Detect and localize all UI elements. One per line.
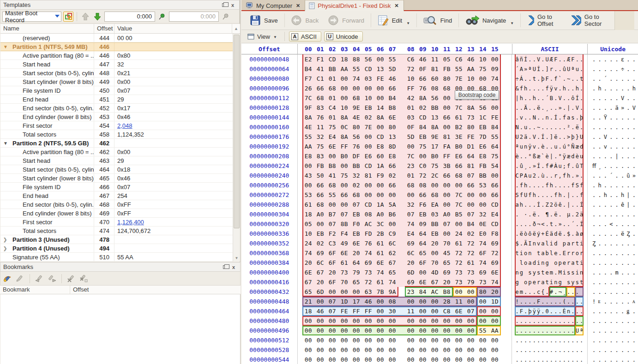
template-row[interactable]: End sector (bits 0-5), cylin...4680xFF	[0, 200, 240, 209]
ascii-char[interactable]: F	[554, 54, 558, 64]
ascii-char[interactable]: f	[562, 171, 566, 180]
ascii-char[interactable]: .	[524, 287, 528, 297]
ascii-char[interactable]: t	[536, 248, 541, 258]
unicode-char[interactable]: .	[609, 161, 615, 171]
ascii-char[interactable]: è	[515, 151, 519, 161]
ascii-char[interactable]: .	[536, 355, 541, 364]
hex-byte[interactable]: 00	[314, 335, 326, 345]
hex-byte[interactable]: 00	[441, 316, 453, 326]
ascii-char[interactable]: B	[549, 93, 554, 103]
unicode-char[interactable]: .	[632, 74, 638, 84]
hex-byte[interactable]: 41	[314, 64, 326, 74]
ascii-char[interactable]: 2	[575, 209, 579, 219]
unicode-char[interactable]: .	[609, 190, 615, 200]
ascii-char[interactable]: .	[545, 142, 549, 151]
hex-byte[interactable]: 1A	[374, 161, 386, 171]
hex-byte[interactable]: 68	[350, 93, 362, 103]
hex-byte[interactable]: 61	[374, 277, 386, 287]
hex-byte[interactable]: 80	[465, 122, 477, 132]
unicode-char[interactable]: .	[592, 335, 598, 345]
ascii-char[interactable]: ÿ	[536, 306, 541, 316]
templates-scrollbar[interactable]: ▼	[233, 34, 240, 262]
hex-byte[interactable]: 00	[405, 326, 417, 335]
unicode-char[interactable]: .	[592, 132, 598, 142]
unicode-char[interactable]: h	[621, 190, 626, 200]
hex-byte[interactable]: 46	[362, 297, 374, 306]
hex-byte[interactable]: 00	[453, 326, 465, 335]
hex-byte[interactable]: BB	[350, 161, 362, 171]
hex-byte[interactable]: 10	[302, 229, 314, 239]
unicode-char[interactable]: .	[621, 113, 626, 122]
ascii-char[interactable]: 2	[532, 171, 536, 180]
ascii-char[interactable]: .	[532, 180, 536, 190]
tab-close-icon[interactable]: ✕	[393, 3, 399, 9]
ascii-char[interactable]: .	[528, 132, 532, 142]
chevron-down-icon[interactable]: ▼	[273, 35, 277, 39]
unicode-char[interactable]: .	[615, 200, 621, 209]
ascii-char[interactable]: h	[558, 190, 562, 200]
ascii-char[interactable]: ê	[558, 200, 562, 209]
hex-byte[interactable]: 66	[441, 113, 453, 122]
ascii-char[interactable]: f	[519, 180, 524, 190]
hex-byte[interactable]: 00	[429, 297, 441, 306]
ascii-char[interactable]: u	[524, 122, 528, 132]
hex-byte[interactable]: 67	[314, 268, 326, 277]
ascii-char[interactable]: .	[524, 355, 528, 364]
unicode-char[interactable]: .	[592, 122, 598, 132]
hex-byte[interactable]: FE	[338, 306, 350, 316]
ascii-char[interactable]: .	[571, 103, 575, 113]
hex-byte[interactable]: 00	[405, 142, 417, 151]
hex-byte[interactable]: 00	[374, 190, 386, 200]
hex-byte[interactable]: C8	[441, 306, 453, 316]
hex-byte[interactable]: C3	[326, 239, 338, 248]
ascii-char[interactable]: t	[549, 219, 554, 229]
unicode-char[interactable]: .	[609, 151, 615, 161]
unicode-char[interactable]: Ȥ	[626, 229, 632, 239]
ascii-char[interactable]: d	[554, 229, 558, 239]
hex-byte[interactable]: 3B	[441, 161, 453, 171]
scroll-up-icon[interactable]: ▲	[232, 24, 240, 33]
ascii-char[interactable]: .	[571, 297, 575, 306]
hex-byte[interactable]: 00	[477, 345, 489, 355]
ascii-char[interactable]: .	[528, 297, 532, 306]
ascii-char[interactable]: .	[519, 122, 524, 132]
unicode-char[interactable]: .	[615, 84, 621, 93]
hex-byte[interactable]: 55	[489, 132, 501, 142]
hex-byte[interactable]: 8A	[338, 132, 350, 142]
ascii-char[interactable]: ¬	[536, 219, 541, 229]
hex-byte[interactable]: 00	[417, 316, 429, 326]
ascii-char[interactable]: .	[554, 306, 558, 316]
hex-byte[interactable]: 66	[314, 84, 326, 93]
hex-byte[interactable]: 75	[477, 64, 489, 74]
template-row[interactable]: End head467254	[0, 191, 240, 200]
hex-byte[interactable]: 10	[465, 74, 477, 84]
unicode-char[interactable]: .	[604, 229, 609, 239]
ascii-char[interactable]: .	[549, 113, 554, 122]
hex-byte[interactable]: 00	[350, 335, 362, 345]
hex-byte[interactable]: 68	[350, 190, 362, 200]
template-row[interactable]: Total sectors474124,700,672	[0, 227, 240, 235]
ascii-char[interactable]: F	[519, 306, 524, 316]
ascii-char[interactable]: ª	[579, 326, 584, 335]
ascii-char[interactable]: h	[532, 93, 536, 103]
hex-byte[interactable]: 1C	[477, 113, 489, 122]
hex-byte[interactable]: FF	[441, 151, 453, 161]
hex-byte[interactable]: 6E	[374, 258, 386, 268]
ascii-char[interactable]: .	[566, 297, 571, 306]
hex-byte[interactable]: 00	[441, 355, 453, 364]
ascii-char[interactable]: .	[571, 355, 575, 364]
ascii-char[interactable]: f	[554, 190, 558, 200]
ascii-char[interactable]: .	[575, 219, 579, 229]
hex-byte[interactable]: 00	[314, 219, 326, 229]
unicode-char[interactable]: .	[598, 287, 603, 297]
ascii-char[interactable]: .	[545, 355, 549, 364]
hex-byte[interactable]: 65	[302, 287, 314, 297]
ascii-char[interactable]: .	[541, 103, 545, 113]
ascii-char[interactable]: s	[571, 113, 575, 122]
hex-byte[interactable]: 00	[429, 355, 441, 364]
ascii-char[interactable]: .	[554, 345, 558, 355]
ascii-char[interactable]: f	[566, 161, 571, 171]
hex-byte[interactable]: CD	[489, 200, 501, 209]
ascii-char[interactable]: .	[579, 355, 584, 364]
unicode-char[interactable]: .	[615, 142, 621, 151]
